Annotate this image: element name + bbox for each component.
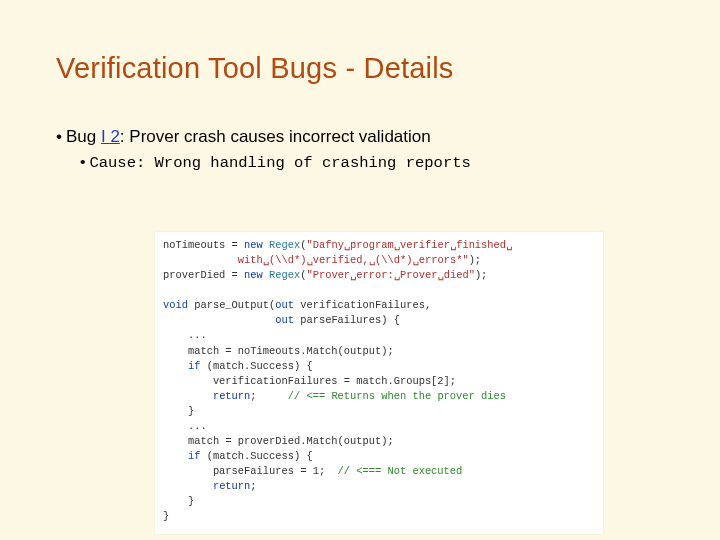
code-line: noTimeouts = new Regex("Dafny␣program␣ve… xyxy=(163,238,595,253)
code-line: } xyxy=(163,509,595,524)
code-text xyxy=(163,480,213,492)
code-line: if (match.Success) { xyxy=(163,449,595,464)
code-line: proverDied = new Regex("Prover␣error:␣Pr… xyxy=(163,268,595,283)
code-text: parse_Output( xyxy=(188,299,275,311)
code-text: (match.Success) { xyxy=(200,450,312,462)
code-text: ; xyxy=(250,480,256,492)
code-line: verificationFailures = match.Groups[2]; xyxy=(163,374,595,389)
code-text: verificationFailures, xyxy=(294,299,431,311)
code-line: if (match.Success) { xyxy=(163,359,595,374)
code-text xyxy=(163,450,188,462)
code-keyword: return xyxy=(213,390,250,402)
code-text xyxy=(163,390,213,402)
code-text: ; xyxy=(250,390,287,402)
code-text xyxy=(163,314,275,326)
code-text: parseFailures = 1; xyxy=(163,465,338,477)
slide: Verification Tool Bugs - Details •Bug I … xyxy=(0,0,720,540)
code-line: match = proverDied.Match(output); xyxy=(163,434,595,449)
bullet-level-2: •Cause: Wrong handling of crashing repor… xyxy=(80,153,664,172)
code-line: with␣(\\d*)␣verified,␣(\\d*)␣errors*"); xyxy=(163,253,595,268)
code-line: return; xyxy=(163,479,595,494)
slide-title: Verification Tool Bugs - Details xyxy=(56,52,664,85)
code-text: proverDied = xyxy=(163,269,244,281)
code-comment: // <=== Not executed xyxy=(338,465,463,477)
code-text: ); xyxy=(475,269,487,281)
code-keyword: out xyxy=(275,314,294,326)
code-text xyxy=(163,360,188,372)
code-keyword: if xyxy=(188,450,200,462)
code-keyword: if xyxy=(188,360,200,372)
code-keyword: new xyxy=(244,239,263,251)
code-line xyxy=(163,283,595,298)
code-type: Regex xyxy=(263,239,300,251)
code-type: Regex xyxy=(263,269,300,281)
bullet-suffix: : Prover crash causes incorrect validati… xyxy=(120,127,431,146)
code-text: ); xyxy=(469,254,481,266)
bug-id-link[interactable]: I 2 xyxy=(101,127,120,146)
code-line: void parse_Output(out verificationFailur… xyxy=(163,298,595,313)
code-line: } xyxy=(163,494,595,509)
code-text: parseFailures) { xyxy=(294,314,400,326)
code-keyword: void xyxy=(163,299,188,311)
bullet-dot: • xyxy=(56,127,62,146)
code-line: } xyxy=(163,404,595,419)
cause-text: Cause: Wrong handling of crashing report… xyxy=(89,154,470,172)
code-text: (match.Success) { xyxy=(200,360,312,372)
code-keyword: return xyxy=(213,480,250,492)
code-string: with␣(\\d*)␣verified,␣(\\d*)␣errors*" xyxy=(163,254,469,266)
bullet-dot: • xyxy=(80,153,85,170)
code-line: ... xyxy=(163,328,595,343)
code-string: "Dafny␣program␣verifier␣finished␣ xyxy=(306,239,512,251)
code-line: ... xyxy=(163,419,595,434)
code-keyword: out xyxy=(275,299,294,311)
bullet-level-1: •Bug I 2: Prover crash causes incorrect … xyxy=(56,127,664,147)
code-string: "Prover␣error:␣Prover␣died" xyxy=(306,269,474,281)
code-line: match = noTimeouts.Match(output); xyxy=(163,344,595,359)
bullet-prefix: Bug xyxy=(66,127,101,146)
code-line: return; // <== Returns when the prover d… xyxy=(163,389,595,404)
code-comment: // <== Returns when the prover dies xyxy=(288,390,506,402)
code-line: parseFailures = 1; // <=== Not executed xyxy=(163,464,595,479)
code-snippet: noTimeouts = new Regex("Dafny␣program␣ve… xyxy=(155,232,603,534)
code-line: out parseFailures) { xyxy=(163,313,595,328)
code-text: noTimeouts = xyxy=(163,239,244,251)
code-keyword: new xyxy=(244,269,263,281)
